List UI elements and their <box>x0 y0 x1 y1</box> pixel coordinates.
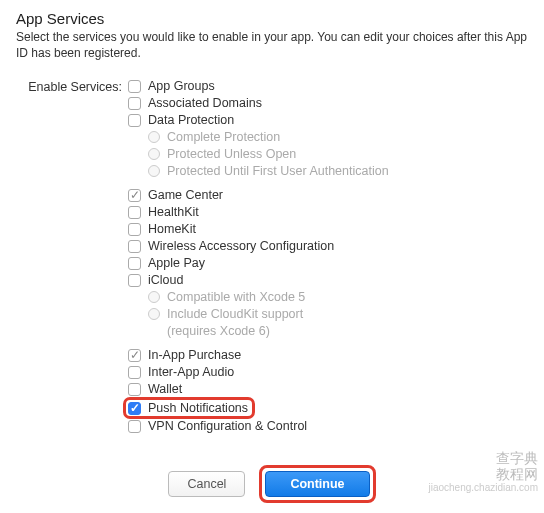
service-wallet[interactable]: Wallet <box>128 382 528 396</box>
service-push-notifications[interactable]: Push Notifications <box>128 401 248 415</box>
label-icloud-cloudkit1: Include CloudKit support <box>167 307 303 321</box>
label-wallet: Wallet <box>148 382 182 396</box>
data-protection-options: Complete Protection Protected Unless Ope… <box>148 130 528 178</box>
service-apple-pay[interactable]: Apple Pay <box>128 256 528 270</box>
service-homekit[interactable]: HomeKit <box>128 222 528 236</box>
checkbox-wallet[interactable] <box>128 383 141 396</box>
label-apple-pay: Apple Pay <box>148 256 205 270</box>
service-healthkit[interactable]: HealthKit <box>128 205 528 219</box>
checkbox-vpn-config[interactable] <box>128 420 141 433</box>
highlight-push-notifications: Push Notifications <box>123 397 255 419</box>
enable-services-label: Enable Services: <box>16 79 128 94</box>
checkbox-homekit[interactable] <box>128 223 141 236</box>
icloud-options: Compatible with Xcode 5 Include CloudKit… <box>148 290 528 338</box>
label-app-groups: App Groups <box>148 79 215 93</box>
checkbox-data-protection[interactable] <box>128 114 141 127</box>
enable-services-section: Enable Services: App Groups Associated D… <box>16 79 528 436</box>
checkbox-game-center[interactable] <box>128 189 141 202</box>
label-icloud-cloudkit2: (requires Xcode 6) <box>167 324 270 338</box>
label-associated-domains: Associated Domains <box>148 96 262 110</box>
label-homekit: HomeKit <box>148 222 196 236</box>
radio-protected-until-auth-row: Protected Until First User Authenticatio… <box>148 164 528 178</box>
label-healthkit: HealthKit <box>148 205 199 219</box>
checkbox-in-app-purchase[interactable] <box>128 349 141 362</box>
checkbox-wireless-accessory[interactable] <box>128 240 141 253</box>
radio-protected-until-auth <box>148 165 160 177</box>
label-in-app-purchase: In-App Purchase <box>148 348 241 362</box>
label-icloud-xcode5: Compatible with Xcode 5 <box>167 290 305 304</box>
page-subtitle: Select the services you would like to en… <box>16 29 528 61</box>
radio-icloud-cloudkit <box>148 308 160 320</box>
checkbox-app-groups[interactable] <box>128 80 141 93</box>
label-inter-app-audio: Inter-App Audio <box>148 365 234 379</box>
service-icloud[interactable]: iCloud <box>128 273 528 287</box>
label-push-notifications: Push Notifications <box>148 401 248 415</box>
cancel-button[interactable]: Cancel <box>168 471 245 497</box>
service-in-app-purchase[interactable]: In-App Purchase <box>128 348 528 362</box>
radio-icloud-xcode5-row: Compatible with Xcode 5 <box>148 290 528 304</box>
label-protected-unless-open: Protected Unless Open <box>167 147 296 161</box>
radio-protected-unless-open-row: Protected Unless Open <box>148 147 528 161</box>
radio-icloud-xcode5 <box>148 291 160 303</box>
checkbox-icloud[interactable] <box>128 274 141 287</box>
label-wireless-accessory: Wireless Accessory Configuration <box>148 239 334 253</box>
button-bar: Cancel Continue <box>0 465 544 503</box>
label-icloud: iCloud <box>148 273 183 287</box>
service-associated-domains[interactable]: Associated Domains <box>128 96 528 110</box>
radio-icloud-cloudkit-row: Include CloudKit support <box>148 307 528 321</box>
checkbox-inter-app-audio[interactable] <box>128 366 141 379</box>
checkbox-associated-domains[interactable] <box>128 97 141 110</box>
service-wireless-accessory[interactable]: Wireless Accessory Configuration <box>128 239 528 253</box>
page-title: App Services <box>16 10 528 27</box>
checkbox-push-notifications[interactable] <box>128 402 141 415</box>
radio-complete-protection <box>148 131 160 143</box>
label-complete-protection: Complete Protection <box>167 130 280 144</box>
label-protected-until-auth: Protected Until First User Authenticatio… <box>167 164 389 178</box>
services-list: App Groups Associated Domains Data Prote… <box>128 79 528 436</box>
label-vpn-config: VPN Configuration & Control <box>148 419 307 433</box>
label-data-protection: Data Protection <box>148 113 234 127</box>
service-inter-app-audio[interactable]: Inter-App Audio <box>128 365 528 379</box>
service-app-groups[interactable]: App Groups <box>128 79 528 93</box>
label-icloud-cloudkit2-row: (requires Xcode 6) <box>167 324 528 338</box>
radio-protected-unless-open <box>148 148 160 160</box>
checkbox-apple-pay[interactable] <box>128 257 141 270</box>
highlight-continue: Continue <box>259 465 375 503</box>
radio-complete-protection-row: Complete Protection <box>148 130 528 144</box>
checkbox-healthkit[interactable] <box>128 206 141 219</box>
continue-button[interactable]: Continue <box>265 471 369 497</box>
label-game-center: Game Center <box>148 188 223 202</box>
service-game-center[interactable]: Game Center <box>128 188 528 202</box>
service-data-protection[interactable]: Data Protection <box>128 113 528 127</box>
service-vpn-config[interactable]: VPN Configuration & Control <box>128 419 528 433</box>
